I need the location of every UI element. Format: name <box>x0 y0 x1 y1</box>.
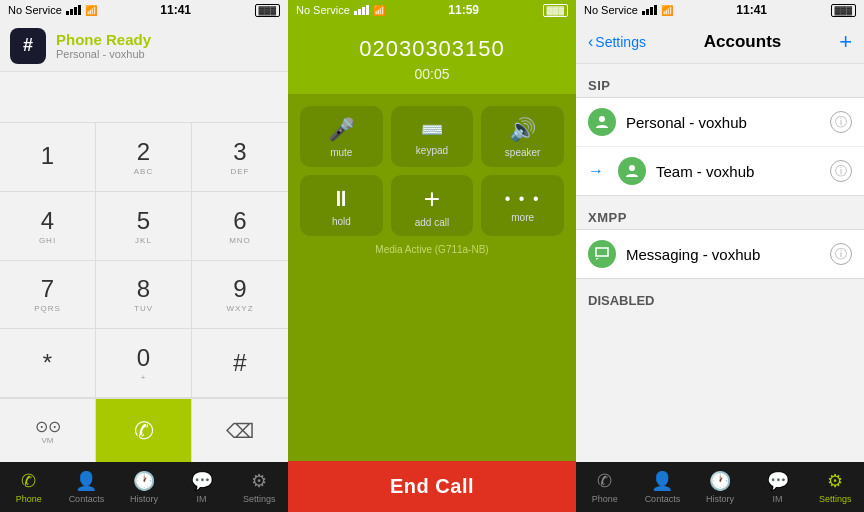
end-call-button[interactable]: End Call <box>288 461 576 512</box>
messaging-account-icon <box>588 240 616 268</box>
dialpad-panel: No Service 📶 11:41 ▓▓▓ # Phone Ready Per… <box>0 0 288 512</box>
status-bar-3: No Service 📶 11:41 ▓▓▓ <box>576 0 864 20</box>
tab-im-3[interactable]: 💬 IM <box>749 462 807 512</box>
tab-settings-3[interactable]: ⚙ Settings <box>806 462 864 512</box>
bar1 <box>66 11 69 15</box>
call-button-grid: 🎤 mute ⌨️ keypad 🔊 speaker ⏸ hold + add … <box>300 106 564 236</box>
keypad-button[interactable]: ⌨️ keypad <box>391 106 474 167</box>
more-button[interactable]: • • • more <box>481 175 564 236</box>
dialpad-display <box>0 72 288 122</box>
mute-icon: 🎤 <box>328 117 355 143</box>
tab-settings-label-1: Settings <box>243 494 276 504</box>
signal-bars-1 <box>66 5 81 15</box>
sip-account-list: Personal - voxhub ⓘ → Team - voxhub ⓘ <box>576 97 864 196</box>
sip-section-header: SIP <box>576 64 864 97</box>
add-call-label: add call <box>415 217 449 228</box>
status-left-3: No Service 📶 <box>584 4 673 16</box>
call-number: 02030303150 <box>359 36 505 62</box>
xmpp-account-list: Messaging - voxhub ⓘ <box>576 229 864 279</box>
account-item-personal[interactable]: Personal - voxhub ⓘ <box>576 98 864 147</box>
status-left-1: No Service 📶 <box>8 4 97 16</box>
account-item-messaging[interactable]: Messaging - voxhub ⓘ <box>576 230 864 278</box>
tab-contacts-1[interactable]: 👤 Contacts <box>58 462 116 512</box>
dial-key-3[interactable]: 3DEF <box>192 123 288 192</box>
dial-key-6[interactable]: 6MNO <box>192 192 288 261</box>
accounts-panel: No Service 📶 11:41 ▓▓▓ ‹ Settings Accoun… <box>576 0 864 512</box>
call-button[interactable]: ✆ <box>96 399 192 462</box>
media-info: Media Active (G711a-NB) <box>375 244 488 255</box>
dialpad-bottom-row: ⊙⊙ VM ✆ ⌫ <box>0 398 288 462</box>
tab-contacts-3[interactable]: 👤 Contacts <box>634 462 692 512</box>
status-right-3: ▓▓▓ <box>831 4 857 17</box>
account-item-team[interactable]: → Team - voxhub ⓘ <box>576 147 864 195</box>
hold-label: hold <box>332 216 351 227</box>
messaging-account-name: Messaging - voxhub <box>626 246 820 263</box>
dial-key-0[interactable]: 0+ <box>96 329 192 398</box>
wifi-icon-1: 📶 <box>85 5 97 16</box>
personal-info-button[interactable]: ⓘ <box>830 111 852 133</box>
backspace-button[interactable]: ⌫ <box>192 399 288 462</box>
status-bar-2: No Service 📶 11:59 ▓▓▓ <box>288 0 576 20</box>
tab-im-label-1: IM <box>197 494 207 504</box>
tab-settings-label-3: Settings <box>819 494 852 504</box>
add-call-icon: + <box>424 185 440 213</box>
dial-key-8[interactable]: 8TUV <box>96 261 192 330</box>
dial-key-7[interactable]: 7PQRS <box>0 261 96 330</box>
bar3-2 <box>646 9 649 15</box>
team-info-button[interactable]: ⓘ <box>830 160 852 182</box>
personal-account-name: Personal - voxhub <box>626 114 820 131</box>
history-tab-icon-3: 🕐 <box>709 470 731 492</box>
add-call-button[interactable]: + add call <box>391 175 474 236</box>
status-right-2: ▓▓▓ <box>543 4 569 17</box>
personal-account-icon <box>588 108 616 136</box>
more-label: more <box>511 212 534 223</box>
messaging-info-button[interactable]: ⓘ <box>830 243 852 265</box>
accounts-title: Accounts <box>704 32 781 52</box>
bar3-1 <box>642 11 645 15</box>
dial-key-2[interactable]: 2ABC <box>96 123 192 192</box>
add-account-button[interactable]: + <box>839 29 852 55</box>
tab-history-3[interactable]: 🕐 History <box>691 462 749 512</box>
tab-phone-1[interactable]: ✆ Phone <box>0 462 58 512</box>
bar3 <box>74 7 77 15</box>
mute-button[interactable]: 🎤 mute <box>300 106 383 167</box>
carrier-3: No Service <box>584 4 638 16</box>
dial-key-4[interactable]: 4GHI <box>0 192 96 261</box>
back-button[interactable]: ‹ Settings <box>588 33 646 51</box>
battery-icon-3: ▓▓▓ <box>831 4 857 17</box>
battery-icon-2: ▓▓▓ <box>543 4 569 17</box>
mute-label: mute <box>330 147 352 158</box>
wbar3 <box>362 7 365 15</box>
tab-settings-1[interactable]: ⚙ Settings <box>230 462 288 512</box>
dial-key-5[interactable]: 5JKL <box>96 192 192 261</box>
tab-phone-label-3: Phone <box>592 494 618 504</box>
tab-im-label-3: IM <box>773 494 783 504</box>
dial-key-9[interactable]: 9WXYZ <box>192 261 288 330</box>
tab-phone-3[interactable]: ✆ Phone <box>576 462 634 512</box>
tab-history-1[interactable]: 🕐 History <box>115 462 173 512</box>
dial-key-hash[interactable]: # <box>192 329 288 398</box>
tab-contacts-label-1: Contacts <box>69 494 105 504</box>
im-tab-icon-3: 💬 <box>767 470 789 492</box>
svg-point-1 <box>629 165 635 171</box>
status-left-2: No Service 📶 <box>296 4 385 16</box>
dial-key-star[interactable]: * <box>0 329 96 398</box>
speaker-button[interactable]: 🔊 speaker <box>481 106 564 167</box>
dial-key-1[interactable]: 1 <box>0 123 96 192</box>
back-label: Settings <box>595 34 646 50</box>
tab-im-1[interactable]: 💬 IM <box>173 462 231 512</box>
wifi-icon-2: 📶 <box>373 5 385 16</box>
wbar2 <box>358 9 361 15</box>
signal-bars-2 <box>354 5 369 15</box>
tab-history-label-1: History <box>130 494 158 504</box>
time-2: 11:59 <box>448 3 479 17</box>
tab-phone-label-1: Phone <box>16 494 42 504</box>
active-account-arrow: → <box>588 162 604 180</box>
call-controls: 🎤 mute ⌨️ keypad 🔊 speaker ⏸ hold + add … <box>288 94 576 461</box>
settings-tab-icon-3: ⚙ <box>827 470 843 492</box>
tab-history-label-3: History <box>706 494 734 504</box>
time-3: 11:41 <box>736 3 767 17</box>
voicemail-button[interactable]: ⊙⊙ VM <box>0 399 96 462</box>
active-call-panel: No Service 📶 11:59 ▓▓▓ 02030303150 00:05… <box>288 0 576 512</box>
hold-button[interactable]: ⏸ hold <box>300 175 383 236</box>
